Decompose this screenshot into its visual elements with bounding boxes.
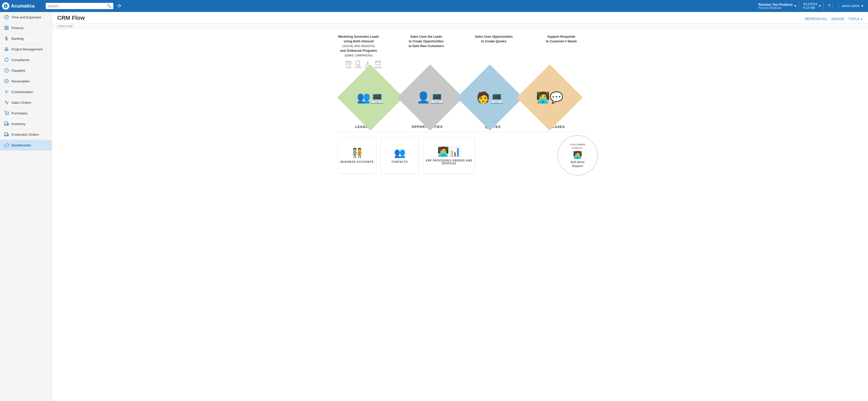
quotes-diamond-container: 🧑💻: [456, 74, 524, 121]
leads-diamond-container: 👥💻: [337, 74, 404, 121]
sidebar-item-customization[interactable]: Customization: [0, 87, 52, 97]
quotes-figure: 🧑💻: [476, 92, 503, 103]
email-icon-item: email: [346, 60, 351, 69]
leads-top-label: Marketing Generates LeadsUsing Both Inbo…: [330, 34, 387, 58]
svg-point-20: [5, 124, 6, 125]
search-bar[interactable]: 🔍: [46, 3, 113, 9]
sidebar: Time and Expenses Finance Banking Projec…: [0, 12, 52, 401]
sidebar-item-dashboards[interactable]: Dashboards: [0, 140, 52, 150]
sidebar-label-customization: Customization: [11, 90, 33, 94]
cases-bottom-label: CASES: [530, 125, 587, 129]
project-management-icon: [4, 47, 9, 52]
mobile-icon: [355, 60, 361, 66]
top-navigation: Acumatica 🔍 ⟳ Revision Two Products Prod…: [0, 0, 868, 12]
contacts-figure: 👥: [394, 147, 406, 159]
sidebar-item-time-expenses[interactable]: Time and Expenses: [0, 12, 52, 23]
sidebar-label-banking: Banking: [11, 37, 24, 40]
purchases-icon: [4, 111, 9, 115]
sidebar-label-receivables: Receivables: [11, 79, 30, 83]
customization-icon: [4, 89, 9, 94]
sidebar-item-production-orders[interactable]: Production Orders: [0, 129, 52, 140]
header-actions: REFRESH ALL DESIGN TOOLS: [805, 17, 863, 21]
mobile-icon-item: mobile: [354, 60, 362, 69]
leads-bottom-label: LEADS: [333, 125, 390, 129]
date-display: 9/13/2024: [803, 2, 817, 6]
main-content: CRM Flow REFRESH ALL DESIGN TOOLS CRM FL…: [52, 12, 868, 401]
svg-rect-4: [5, 28, 6, 30]
search-input[interactable]: [48, 4, 105, 8]
company-subtitle: Products Wholesale: [758, 6, 793, 9]
receivables-icon: [4, 79, 9, 84]
svg-point-16: [6, 115, 6, 115]
sidebar-item-compliance[interactable]: Compliance: [0, 55, 52, 65]
dashboards-icon: [4, 143, 9, 147]
bottom-row: 🧑‍🤝‍🧑 BUSINESS ACCOUNTS 👥 CONTACTS 🧑‍💻📊 …: [338, 135, 598, 175]
user-dropdown-icon: ▼: [861, 4, 864, 8]
email-icon: [346, 60, 351, 66]
diagram-area: Marketing Generates LeadsUsing Both Inbo…: [52, 29, 868, 401]
help-icon: ?: [828, 3, 830, 8]
svg-point-9: [7, 50, 8, 51]
user-label: admin admin: [842, 4, 860, 8]
history-button[interactable]: ⟳: [115, 2, 123, 10]
website-icon-item: website: [374, 60, 382, 69]
sidebar-label-purchases: Purchases: [11, 111, 27, 115]
sidebar-label-inventory: Inventory: [11, 122, 25, 126]
svg-point-29: [358, 64, 358, 65]
customer-portal-sub: Self-ServeSupport: [571, 160, 585, 168]
business-accounts-card: 🧑‍🤝‍🧑 BUSINESS ACCOUNTS: [338, 137, 376, 174]
website-icon: [375, 60, 381, 66]
svg-rect-2: [5, 26, 6, 27]
sidebar-item-payables[interactable]: Payables: [0, 65, 52, 76]
design-button[interactable]: DESIGN: [832, 17, 844, 21]
quotes-top-label: Sales Uses Opportunitiesto Create Quotes: [465, 34, 522, 58]
contacts-card: 👥 CONTACTS: [380, 137, 419, 174]
svg-point-25: [7, 135, 8, 136]
company-selector[interactable]: Revision Two Products Products Wholesale…: [756, 2, 799, 10]
customer-portal-figure: 🧑‍💻: [573, 150, 582, 159]
svg-rect-5: [7, 28, 8, 30]
sidebar-label-production-orders: Production Orders: [11, 133, 39, 137]
sidebar-label-project-management: Project Management: [11, 47, 42, 51]
svg-marker-19: [7, 123, 8, 124]
customer-portal: CUSTOMERPORTAL 🧑‍💻 Self-ServeSupport: [557, 135, 598, 175]
sales-orders-icon: [4, 100, 9, 105]
sidebar-item-project-management[interactable]: Project Management: [0, 44, 52, 55]
cases-top-label: Support Respondsto Customer's Needs: [533, 34, 590, 58]
refresh-all-button[interactable]: REFRESH ALL: [805, 17, 828, 21]
sidebar-item-receivables[interactable]: Receivables: [0, 76, 52, 87]
page-title: CRM Flow: [57, 15, 85, 23]
datetime-selector[interactable]: 9/13/2024 9:15 AM ▼: [801, 1, 824, 11]
compliance-icon: [4, 57, 9, 62]
banking-icon: [4, 36, 9, 41]
svg-rect-18: [4, 122, 7, 124]
svg-point-26: [6, 145, 7, 145]
sidebar-item-finance[interactable]: Finance: [0, 23, 52, 33]
sidebar-item-sales-orders[interactable]: Sales Orders: [0, 97, 52, 108]
sidebar-label-finance: Finance: [11, 26, 23, 30]
sidebar-label-dashboards: Dashboards: [11, 143, 31, 147]
company-name: Revision Two Products: [758, 3, 793, 6]
search-icon: 🔍: [107, 4, 111, 8]
leads-diamond: 👥💻: [337, 64, 404, 131]
user-menu-button[interactable]: 👤 admin admin ▼: [835, 3, 866, 9]
leads-figure: 👥💻: [357, 92, 384, 103]
customer-portal-title: CUSTOMERPORTAL: [570, 143, 585, 149]
sidebar-item-inventory[interactable]: Inventory: [0, 119, 52, 129]
svg-point-24: [5, 135, 6, 136]
page-header: CRM Flow REFRESH ALL DESIGN TOOLS: [52, 12, 868, 24]
sidebar-item-banking[interactable]: Banking: [0, 33, 52, 44]
svg-point-21: [7, 124, 8, 125]
cases-figure: 🧑‍💻💬: [536, 92, 563, 103]
opportunities-figure: 👤💻: [416, 92, 444, 103]
erp-card: 🧑‍💻📊 ERP PROCESSES ORDERS AND INVOICES: [423, 137, 475, 174]
logo[interactable]: Acumatica: [2, 2, 44, 10]
production-orders-icon: [4, 132, 9, 137]
help-button[interactable]: ?: [826, 2, 833, 10]
sidebar-item-purchases[interactable]: Purchases: [0, 108, 52, 119]
user-icon: 👤: [837, 4, 841, 8]
tools-button[interactable]: TOOLS: [848, 17, 863, 21]
sidebar-label-payables: Payables: [11, 69, 25, 73]
sidebar-label-sales-orders: Sales Orders: [11, 101, 31, 105]
connector-line: [338, 132, 585, 132]
